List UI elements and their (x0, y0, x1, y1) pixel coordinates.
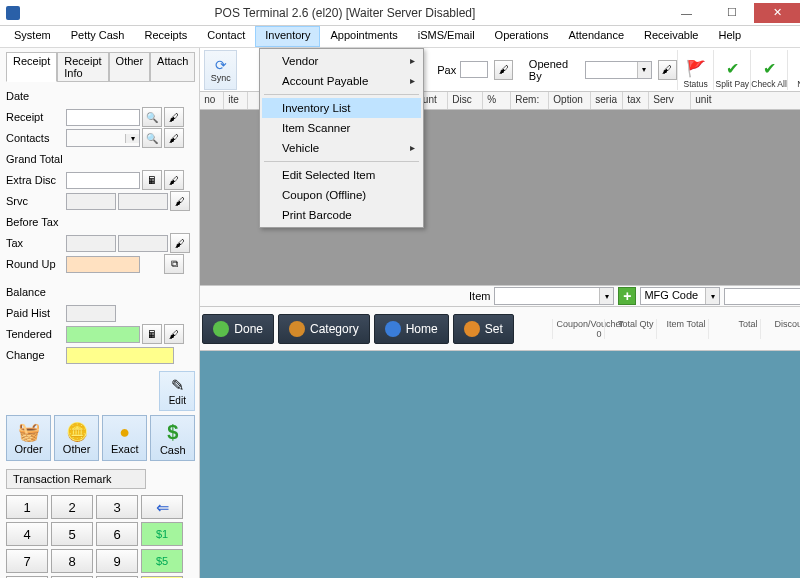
col-unit[interactable]: unit (691, 92, 800, 109)
search-icon[interactable]: 🔍 (142, 107, 162, 127)
key-dollar5[interactable]: $5 (141, 549, 183, 573)
key-7[interactable]: 7 (6, 549, 48, 573)
done-button[interactable]: Done (202, 314, 274, 344)
mfg-code-input[interactable] (724, 288, 800, 305)
tab-receipt[interactable]: Receipt (6, 52, 57, 82)
split-pay-button[interactable]: ✔ Split Pay (713, 50, 750, 90)
add-item-button[interactable]: + (618, 287, 636, 305)
brush-icon[interactable]: 🖌 (164, 170, 184, 190)
col-no[interactable]: no (200, 92, 224, 109)
brush-icon[interactable]: 🖌 (164, 128, 184, 148)
menu-inventory[interactable]: Inventory (255, 26, 320, 47)
col-serv[interactable]: Serv (649, 92, 691, 109)
menu-petty-cash[interactable]: Petty Cash (61, 26, 135, 47)
tax-input[interactable] (66, 235, 116, 252)
content-area[interactable] (200, 351, 800, 578)
menu-receivable[interactable]: Receivable (634, 26, 708, 47)
key-dollar1[interactable]: $1 (141, 522, 183, 546)
edit-button[interactable]: ✎ Edit (159, 371, 195, 411)
key-8[interactable]: 8 (51, 549, 93, 573)
order-button[interactable]: 🧺 Order (6, 415, 51, 461)
menu-item-vendor[interactable]: Vendor (262, 51, 421, 71)
menu-attendance[interactable]: Attendance (558, 26, 634, 47)
menu-item-item-scanner[interactable]: Item Scanner (262, 118, 421, 138)
extra-disc-input[interactable] (66, 172, 140, 189)
calculator-icon[interactable]: 🖩 (142, 170, 162, 190)
tab-receipt-info[interactable]: Receipt Info (57, 52, 108, 82)
receipt-input[interactable] (66, 109, 140, 126)
close-button[interactable]: ✕ (754, 3, 800, 23)
key-backspace[interactable]: ⇐ (141, 495, 183, 519)
menu-isms-email[interactable]: iSMS/Email (408, 26, 485, 47)
other-button[interactable]: 🪙 Other (54, 415, 99, 461)
key-5[interactable]: 5 (51, 522, 93, 546)
calculator-icon[interactable]: 🖩 (142, 324, 162, 344)
key-2[interactable]: 2 (51, 495, 93, 519)
contacts-combo[interactable]: ▾ (66, 129, 140, 147)
menu-item-account-payable[interactable]: Account Payable (262, 71, 421, 91)
status-button[interactable]: 🚩 Status (677, 50, 714, 90)
menu-contact[interactable]: Contact (197, 26, 255, 47)
menu-item-vehicle[interactable]: Vehicle (262, 138, 421, 158)
round-up-input[interactable] (66, 256, 140, 273)
check-all-button[interactable]: ✔ Check All (750, 50, 787, 90)
menu-item-print-barcode[interactable]: Print Barcode (262, 205, 421, 225)
brush-icon[interactable]: 🖌 (170, 233, 190, 253)
col-rem[interactable]: Rem: (511, 92, 549, 109)
brush-icon[interactable]: 🖌 (164, 107, 184, 127)
col-pct[interactable]: % (483, 92, 511, 109)
brush-icon[interactable]: 🖌 (164, 324, 184, 344)
home-button[interactable]: Home (374, 314, 449, 344)
category-button[interactable]: Category (278, 314, 370, 344)
col-ite[interactable]: ite (224, 92, 248, 109)
col-option[interactable]: Option (549, 92, 591, 109)
col-seria[interactable]: seria (591, 92, 623, 109)
tax-input2[interactable] (118, 235, 168, 252)
menu-item-inventory-list[interactable]: Inventory List (262, 98, 421, 118)
minimize-button[interactable]: — (664, 3, 709, 23)
brush-icon[interactable]: 🖌 (170, 191, 190, 211)
opened-by-combo[interactable]: ▾ (585, 61, 652, 79)
properties-icon[interactable]: ⧉ (164, 254, 184, 274)
menu-help[interactable]: Help (708, 26, 751, 47)
pax-input[interactable] (460, 61, 488, 78)
new-button[interactable]: $ New (787, 50, 800, 90)
menu-item-edit-selected[interactable]: Edit Selected Item (262, 165, 421, 185)
change-input[interactable] (66, 347, 174, 364)
search-icon[interactable]: 🔍 (142, 128, 162, 148)
coin-icon: ● (119, 422, 130, 443)
tab-attach[interactable]: Attach (150, 52, 195, 82)
cash-button[interactable]: $ Cash (150, 415, 195, 461)
key-6[interactable]: 6 (96, 522, 138, 546)
set-button[interactable]: Set (453, 314, 514, 344)
transaction-remark-button[interactable]: Transaction Remark (6, 469, 146, 489)
item-combo[interactable]: ▾ (494, 287, 614, 305)
paid-hist-input[interactable] (66, 305, 116, 322)
item-total: Item Total (656, 319, 708, 339)
menu-appointments[interactable]: Appointments (320, 26, 407, 47)
inventory-dropdown: Vendor Account Payable Inventory List It… (259, 48, 424, 228)
menu-receipts[interactable]: Receipts (135, 26, 198, 47)
key-9[interactable]: 9 (96, 549, 138, 573)
srvc-input2[interactable] (118, 193, 168, 210)
maximize-button[interactable]: ☐ (709, 3, 754, 23)
menu-operations[interactable]: Operations (485, 26, 559, 47)
menu-system[interactable]: System (4, 26, 61, 47)
tab-other[interactable]: Other (109, 52, 151, 82)
col-disc[interactable]: Disc (448, 92, 483, 109)
tendered-input[interactable] (66, 326, 140, 343)
brush-icon[interactable]: 🖌 (494, 60, 513, 80)
menu-item-coupon-offline[interactable]: Coupon (Offline) (262, 185, 421, 205)
other-label: Other (63, 443, 91, 455)
mfg-code-combo[interactable]: MFG Code▾ (640, 287, 720, 305)
col-tax[interactable]: tax (623, 92, 649, 109)
key-3[interactable]: 3 (96, 495, 138, 519)
brush-icon[interactable]: 🖌 (658, 60, 677, 80)
exact-button[interactable]: ● Exact (102, 415, 147, 461)
label-round-up: Round Up (6, 258, 66, 270)
sync-button[interactable]: ⟳ Sync (204, 50, 237, 90)
key-1[interactable]: 1 (6, 495, 48, 519)
srvc-input[interactable] (66, 193, 116, 210)
numeric-keypad: 1 2 3 ⇐ 4 5 6 $1 7 8 9 $5 . 0 $10 (6, 495, 195, 578)
key-4[interactable]: 4 (6, 522, 48, 546)
